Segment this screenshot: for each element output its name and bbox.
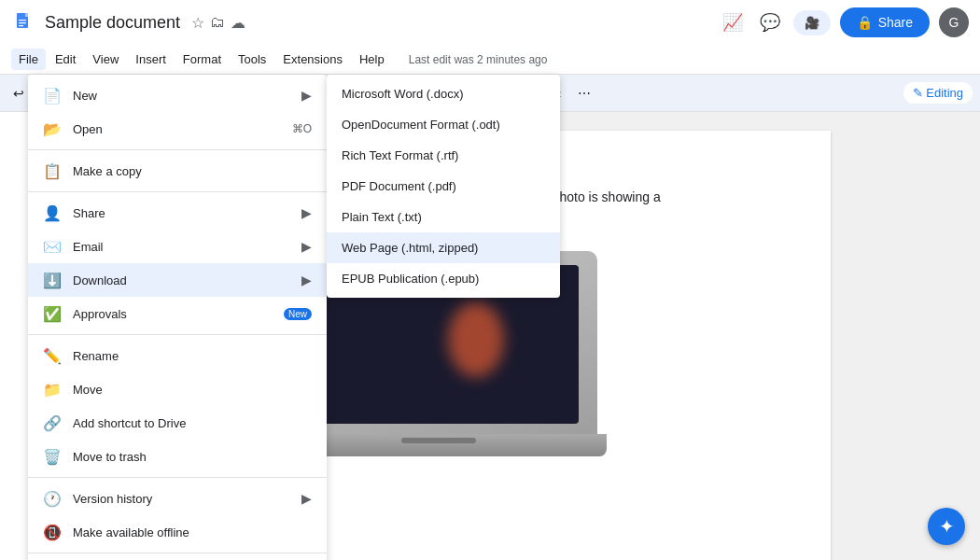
app-icon — [11, 9, 37, 35]
more-button[interactable]: ⋯ — [572, 82, 596, 105]
share-label: Share — [73, 206, 290, 220]
share-icon: 👤 — [43, 203, 62, 222]
menu-item-new[interactable]: 📄 New ▶ — [28, 78, 327, 112]
menu-item-approvals[interactable]: ✅ Approvals New — [28, 297, 327, 330]
menu-edit[interactable]: Edit — [48, 49, 83, 70]
menu-item-move[interactable]: 📁 Move — [28, 372, 327, 406]
menu-extensions[interactable]: Extensions — [275, 49, 350, 70]
menu-insert[interactable]: Insert — [128, 49, 174, 70]
separator-3 — [28, 334, 327, 335]
email-icon: ✉️ — [43, 237, 62, 256]
menu-view[interactable]: View — [85, 49, 126, 70]
share-arrow-icon: ▶ — [301, 205, 312, 220]
svg-rect-3 — [19, 22, 26, 23]
avatar[interactable]: G — [939, 7, 969, 37]
add-shortcut-label: Add shortcut to Drive — [73, 416, 312, 430]
rtf-label: Rich Text Format (.rtf) — [342, 148, 458, 162]
download-submenu: Microsoft Word (.docx) OpenDocument Form… — [327, 75, 560, 298]
share-button[interactable]: 🔒 Share — [840, 7, 930, 37]
offline-icon: 📵 — [43, 523, 62, 541]
download-html[interactable]: Web Page (.html, zipped) — [327, 232, 560, 263]
menu-item-download[interactable]: ⬇️ Download ▶ — [28, 263, 327, 297]
email-label: Email — [73, 240, 290, 254]
menu-item-email[interactable]: ✉️ Email ▶ — [28, 230, 327, 263]
menu-item-make-copy[interactable]: 📋 Make a copy — [28, 154, 327, 188]
move-icon: 📁 — [43, 380, 62, 399]
lock-icon: 🔒 — [857, 15, 873, 30]
open-shortcut: ⌘O — [292, 122, 312, 135]
svg-rect-2 — [19, 20, 26, 21]
approvals-badge: New — [284, 308, 312, 320]
new-label: New — [73, 89, 290, 103]
menu-item-open[interactable]: 📂 Open ⌘O — [28, 112, 327, 146]
version-icon: 🕐 — [43, 489, 62, 508]
menu-item-rename[interactable]: ✏️ Rename — [28, 339, 327, 372]
download-arrow-icon: ▶ — [301, 273, 312, 287]
menu-item-trash[interactable]: 🗑️ Move to trash — [28, 440, 327, 473]
menu-item-share[interactable]: 👤 Share ▶ — [28, 196, 327, 230]
txt-label: Plain Text (.txt) — [342, 210, 422, 224]
separator-5 — [28, 553, 327, 553]
menu-item-version-history[interactable]: 🕐 Version history ▶ — [28, 482, 327, 515]
undo-button[interactable]: ↩ — [7, 82, 30, 105]
open-label: Open — [73, 122, 281, 136]
trash-label: Move to trash — [73, 450, 312, 464]
offline-label: Make available offline — [73, 525, 312, 539]
version-arrow-icon: ▶ — [301, 491, 312, 506]
laptop-trackpad — [401, 438, 476, 443]
new-arrow-icon: ▶ — [301, 88, 312, 103]
download-label: Download — [73, 273, 290, 287]
rename-icon: ✏️ — [43, 346, 62, 365]
trash-icon: 🗑️ — [43, 447, 62, 466]
doc-title: Sample document — [45, 13, 180, 33]
approvals-label: Approvals — [73, 307, 265, 321]
download-docx[interactable]: Microsoft Word (.docx) — [327, 78, 560, 109]
download-epub[interactable]: EPUB Publication (.epub) — [327, 263, 560, 294]
analytics-button[interactable]: 📈 — [719, 8, 747, 36]
menu-item-add-shortcut[interactable]: 🔗 Add shortcut to Drive — [28, 406, 327, 440]
menu-item-offline[interactable]: 📵 Make available offline — [28, 515, 327, 549]
last-edit-text: Last edit was 2 minutes ago — [409, 53, 548, 66]
screen-glow — [448, 302, 504, 377]
separator-1 — [28, 149, 327, 150]
html-label: Web Page (.html, zipped) — [342, 241, 478, 255]
download-rtf[interactable]: Rich Text Format (.rtf) — [327, 140, 560, 171]
version-history-label: Version history — [73, 492, 290, 506]
odt-label: OpenDocument Format (.odt) — [342, 118, 500, 132]
make-copy-label: Make a copy — [73, 164, 312, 178]
approvals-icon: ✅ — [43, 304, 62, 323]
comments-button[interactable]: 💬 — [756, 8, 784, 36]
pdf-label: PDF Document (.pdf) — [342, 179, 456, 193]
svg-rect-1 — [25, 13, 28, 17]
top-bar: Sample document ☆ 🗂 ☁ 📈 💬 🎥 🔒 Share G — [0, 0, 980, 45]
copy-icon: 📋 — [43, 161, 62, 180]
download-icon: ⬇️ — [43, 271, 62, 289]
meet-icon: 🎥 — [805, 16, 819, 30]
menu-tools[interactable]: Tools — [231, 49, 273, 70]
file-menu-dropdown: 📄 New ▶ 📂 Open ⌘O 📋 Make a copy 👤 Share … — [28, 75, 327, 560]
ai-assist-button[interactable]: ✦ — [928, 508, 965, 545]
cloud-icon[interactable]: ☁ — [231, 14, 245, 32]
meet-button[interactable]: 🎥 — [793, 10, 831, 35]
download-odt[interactable]: OpenDocument Format (.odt) — [327, 109, 560, 140]
menu-format[interactable]: Format — [175, 49, 229, 70]
download-txt[interactable]: Plain Text (.txt) — [327, 202, 560, 232]
separator-2 — [28, 191, 327, 192]
email-arrow-icon: ▶ — [301, 239, 312, 254]
svg-rect-4 — [19, 25, 23, 26]
folder-icon[interactable]: 🗂 — [210, 14, 225, 31]
shortcut-icon: 🔗 — [43, 413, 62, 432]
star-icon[interactable]: ☆ — [191, 14, 204, 32]
menu-help[interactable]: Help — [352, 49, 392, 70]
separator-4 — [28, 477, 327, 478]
epub-label: EPUB Publication (.epub) — [342, 272, 479, 286]
menu-file[interactable]: File — [11, 49, 46, 70]
menu-bar: File Edit View Insert Format Tools Exten… — [0, 45, 980, 75]
editing-mode-button[interactable]: ✎ Editing — [903, 82, 973, 104]
top-bar-right: 📈 💬 🎥 🔒 Share G — [719, 7, 969, 37]
open-icon: 📂 — [43, 119, 62, 138]
docx-label: Microsoft Word (.docx) — [342, 87, 464, 101]
rename-label: Rename — [73, 349, 312, 363]
download-pdf[interactable]: PDF Document (.pdf) — [327, 171, 560, 202]
move-label: Move — [73, 383, 312, 397]
